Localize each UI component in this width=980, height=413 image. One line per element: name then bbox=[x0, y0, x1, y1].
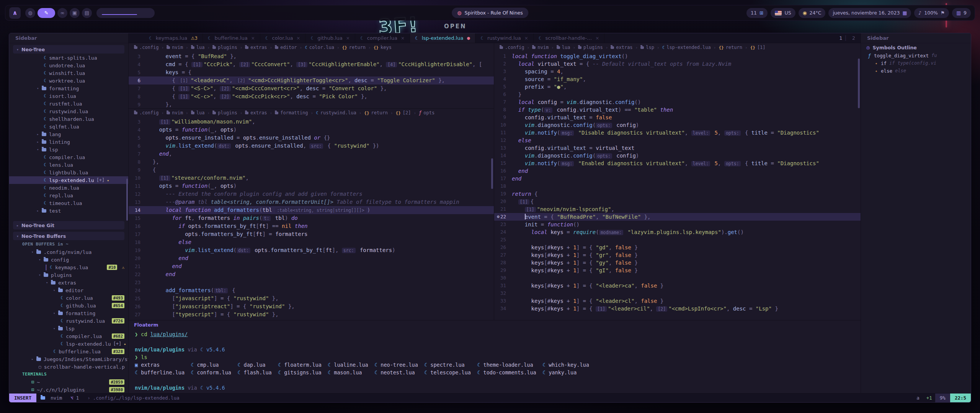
code-line[interactable]: 31 keys[#keys + 1] = { "<leader>ca", fal… bbox=[494, 282, 861, 289]
tree-item[interactable]: ▸Juegos/Indies/SteamLibrary/st bbox=[9, 355, 128, 363]
breadcrumb-item[interactable]: ☾color.lua bbox=[305, 45, 334, 50]
breadcrumb-item[interactable]: lua bbox=[191, 110, 205, 115]
tree-item[interactable]: ▾extras bbox=[9, 279, 128, 286]
workspace-button[interactable]: ∞ bbox=[57, 8, 67, 18]
code-line[interactable]: 30 bbox=[494, 274, 861, 282]
breadcrumb-item[interactable]: .config bbox=[134, 45, 159, 50]
code-line[interactable]: 24 local keys = require(modname: "lazyvi… bbox=[494, 228, 861, 236]
breadcrumb-item[interactable]: lua bbox=[191, 45, 205, 50]
tree-item[interactable]: ☾rustfmt.lua bbox=[9, 100, 128, 107]
tree-item[interactable]: ☾compiler.lua#682 bbox=[9, 332, 128, 340]
tree-item[interactable]: ☾compiler.lua bbox=[9, 153, 128, 161]
code-line[interactable]: 26 keys[#keys + 1] = { "gd", false } bbox=[494, 244, 861, 251]
code-line[interactable]: 12 else bbox=[494, 137, 861, 144]
tab-close-icon[interactable]: × bbox=[524, 36, 528, 41]
tab-page-next[interactable]: 2 bbox=[852, 35, 855, 41]
tree-item[interactable]: ▢scrollbar-handle-vertical.p bbox=[9, 363, 128, 371]
tree-item[interactable]: ☾lsp-extended.lu[+]✦ bbox=[9, 340, 128, 348]
volume-module[interactable]: ♪ 100% ⚑ bbox=[914, 8, 949, 18]
tree-item[interactable]: ▾plugins bbox=[9, 271, 128, 279]
tree-item[interactable]: ☾isort.lua bbox=[9, 92, 128, 100]
expander-icon[interactable]: ▾ bbox=[53, 327, 58, 330]
workspace-button[interactable]: ✎ bbox=[38, 8, 55, 18]
code-line[interactable]: 20 end bbox=[129, 254, 494, 262]
expander-icon[interactable]: ▾ bbox=[53, 311, 58, 315]
date-module[interactable]: jueves, noviembre 16, 2023 ▦ bbox=[828, 8, 911, 18]
tab-close-icon[interactable]: × bbox=[401, 36, 405, 41]
code-line[interactable]: 8 { [1]"<C-c>", [2]"<cmd>CccPick<cr>", d… bbox=[129, 93, 494, 101]
code-line[interactable]: 11 vim.notify(msg: "Disable diagnostics … bbox=[494, 129, 861, 137]
code-line[interactable]: 6 vim.list_extend(dst: opts.ensure_insta… bbox=[129, 142, 494, 150]
stack-module[interactable]: ▥ 9 bbox=[952, 8, 971, 18]
neotree-git-section-header[interactable]: ▸ Neo-Tree Git bbox=[13, 221, 124, 229]
breadcrumb-item[interactable]: {}keys bbox=[374, 45, 392, 50]
breadcrumb-item[interactable]: lsp bbox=[640, 45, 654, 50]
tree-item[interactable]: ☾lightbulb.lua bbox=[9, 169, 128, 176]
code-line[interactable]: 18 bbox=[494, 182, 861, 190]
editor-tab[interactable]: ☾github.lua× bbox=[305, 33, 355, 43]
code-line[interactable]: 5 prefix = "●", bbox=[494, 83, 861, 91]
code-line[interactable]: 33 keys[#keys + 1] = { "<leader>cl", fal… bbox=[494, 297, 861, 305]
now-playing-widget[interactable]: ◍ Spiritbox - Rule Of Nines bbox=[452, 8, 528, 18]
code-editor[interactable]: 1local function toggle_diag_virtext()2 l… bbox=[494, 52, 861, 320]
code-line[interactable]: 8 if type(v: config.virtual_text) == "ta… bbox=[494, 106, 861, 114]
code-line[interactable]: 3 event = { "BufRead" }, bbox=[129, 52, 494, 60]
tree-item[interactable]: ☾color.lua#493 bbox=[9, 294, 128, 302]
scrollbar-handle[interactable] bbox=[491, 158, 493, 189]
editor-tab[interactable]: ☾bufferline.lua× bbox=[203, 33, 260, 43]
code-line[interactable]: 14 local function add_formatters(tbl :ta… bbox=[129, 206, 494, 214]
breadcrumb-item[interactable]: nvim bbox=[532, 45, 549, 50]
symbols-outline-header[interactable]: ◎ Symbols Outline bbox=[861, 43, 971, 52]
breadcrumb-item[interactable]: {}[2] bbox=[396, 110, 411, 115]
code-line[interactable]: 17 opts.formatters_by_ft[ft] = formatter… bbox=[129, 230, 494, 238]
code-line[interactable]: 4 source = "if_many", bbox=[494, 75, 861, 83]
tree-item[interactable]: ▾config bbox=[9, 256, 128, 263]
code-line[interactable]: 13 ---@param tbl table<string, conform.F… bbox=[129, 198, 494, 206]
editor-tab[interactable]: ☾rustywind.lua× bbox=[475, 33, 534, 43]
code-line[interactable]: 15 vim.notify(msg: "Enabled diagnostics … bbox=[494, 159, 861, 167]
code-line[interactable]: 9 { bbox=[129, 166, 494, 174]
code-line[interactable]: 12 --- Extend the conform plugin config … bbox=[129, 190, 494, 198]
tab-close-icon[interactable]: × bbox=[296, 36, 300, 41]
code-line[interactable]: 27 ["typescript"] = { "rustywind" }, bbox=[129, 311, 494, 319]
expander-icon[interactable]: ▸ bbox=[31, 357, 36, 361]
expander-icon[interactable]: ▾ bbox=[31, 250, 36, 254]
tree-item[interactable]: ▸test bbox=[9, 207, 128, 215]
code-line[interactable]: 6 { [1]"<leader>uC", [2]"<cmd>CccHighlig… bbox=[129, 76, 494, 85]
temperature-module[interactable]: ◉ 24°C bbox=[799, 8, 826, 18]
editor-tab[interactable]: ☾compiler.lua× bbox=[355, 33, 410, 43]
breadcrumb-item[interactable]: lua bbox=[557, 45, 570, 50]
code-line[interactable]: 5 opts.ensure_installed = opts.ensure_in… bbox=[129, 134, 494, 142]
search-input[interactable] bbox=[96, 8, 155, 18]
breadcrumb-item[interactable]: formatting bbox=[275, 110, 308, 115]
code-line[interactable]: 8 }, bbox=[129, 158, 494, 166]
tree-item[interactable]: ▾formatting bbox=[9, 309, 128, 317]
code-line[interactable]: 13 config.virtual_text = virtual_text bbox=[494, 144, 861, 152]
breadcrumb-item[interactable]: {}return bbox=[342, 45, 366, 50]
tree-item[interactable]: ☾smart-splits.lua bbox=[9, 54, 128, 62]
tree-item[interactable]: ☾neodim.lua bbox=[9, 184, 128, 192]
expander-icon[interactable]: ▾ bbox=[46, 281, 51, 285]
tree-item[interactable]: ▸linting bbox=[9, 138, 128, 146]
tree-item[interactable]: ⊡~#2859 bbox=[9, 378, 128, 386]
tree-item[interactable]: ☾bufferline.lua#328 bbox=[9, 348, 128, 355]
git-branch-segment[interactable]: ⌥ 1 bbox=[66, 393, 83, 402]
code-line[interactable]: 6 } bbox=[494, 91, 861, 98]
breadcrumb-item[interactable]: {}return bbox=[364, 110, 388, 115]
code-line[interactable]: 19 vim.list_extend(dst: opts.formatters_… bbox=[129, 246, 494, 254]
code-line[interactable]: 23 bbox=[129, 278, 494, 286]
tab-close-icon[interactable]: × bbox=[346, 36, 350, 41]
breadcrumb-item[interactable]: extras bbox=[611, 45, 632, 50]
code-line[interactable]: 2 local virtual_text = { -- Default virt… bbox=[494, 60, 861, 68]
code-line[interactable]: 27 keys[#keys + 1] = { "gr", false } bbox=[494, 251, 861, 259]
workspace-button[interactable]: ◍ bbox=[25, 8, 35, 18]
symbol-item[interactable]: ƒtoggle_diag_virtextfu bbox=[861, 52, 971, 59]
code-line[interactable]: 21 end bbox=[129, 262, 494, 270]
code-line[interactable]: 29 keys[#keys + 1] = { "gI", false } bbox=[494, 267, 861, 274]
launcher-logo-icon[interactable]: ∧ bbox=[9, 7, 21, 19]
code-line[interactable]: 21 [1]"neovim/nvim-lspconfig", bbox=[494, 205, 861, 213]
workspace-button[interactable]: ▣ bbox=[70, 8, 80, 18]
breadcrumb-item[interactable]: .config bbox=[500, 45, 524, 50]
window-count-module[interactable]: 11 ⊞ bbox=[746, 8, 768, 18]
symbol-item[interactable]: ✦ifif type(config.vi bbox=[861, 59, 971, 67]
